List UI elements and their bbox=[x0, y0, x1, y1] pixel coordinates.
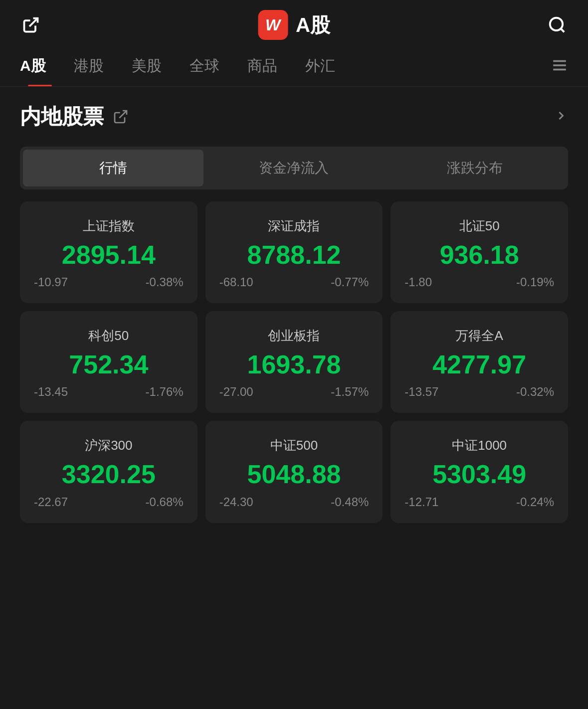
index-change-pct: -0.38% bbox=[146, 275, 184, 289]
chevron-right-icon[interactable] bbox=[554, 109, 568, 125]
index-value: 4277.97 bbox=[402, 351, 556, 379]
sub-tabs: 行情 资金净流入 涨跌分布 bbox=[20, 147, 568, 189]
index-change: -13.45 bbox=[34, 385, 68, 399]
index-card[interactable]: 北证50 936.18 -1.80 -0.19% bbox=[391, 201, 568, 303]
sub-tab-capital[interactable]: 资金净流入 bbox=[203, 150, 384, 186]
index-name: 上证指数 bbox=[32, 217, 186, 235]
index-value: 8788.12 bbox=[217, 241, 371, 269]
index-name: 中证1000 bbox=[402, 437, 556, 454]
index-changes: -13.45 -1.76% bbox=[32, 385, 186, 399]
index-change: -24.30 bbox=[219, 495, 253, 509]
app-icon: W bbox=[258, 10, 288, 40]
index-change-pct: -0.19% bbox=[516, 275, 554, 289]
index-name: 深证成指 bbox=[217, 217, 371, 235]
index-card[interactable]: 深证成指 8788.12 -68.10 -0.77% bbox=[205, 201, 383, 303]
search-icon[interactable] bbox=[546, 14, 568, 36]
index-change: -10.97 bbox=[34, 275, 68, 289]
nav-more[interactable] bbox=[551, 47, 568, 86]
index-changes: -24.30 -0.48% bbox=[217, 495, 371, 509]
header-title: A股 bbox=[296, 11, 330, 39]
index-changes: -22.67 -0.68% bbox=[32, 495, 186, 509]
index-card[interactable]: 创业板指 1693.78 -27.00 -1.57% bbox=[205, 311, 383, 413]
header: W A股 bbox=[0, 0, 588, 46]
index-name: 创业板指 bbox=[217, 327, 371, 345]
index-card[interactable]: 上证指数 2895.14 -10.97 -0.38% bbox=[20, 201, 197, 303]
index-change: -1.80 bbox=[404, 275, 432, 289]
index-value: 3320.25 bbox=[32, 460, 186, 489]
tab-us-stock[interactable]: 美股 bbox=[118, 46, 176, 86]
svg-point-1 bbox=[550, 18, 563, 30]
tab-hk-stock[interactable]: 港股 bbox=[60, 46, 118, 86]
tab-forex[interactable]: 外汇 bbox=[291, 46, 349, 86]
index-change-pct: -0.32% bbox=[516, 385, 554, 399]
hamburger-icon bbox=[551, 57, 568, 76]
index-changes: -1.80 -0.19% bbox=[402, 275, 556, 289]
header-left bbox=[20, 14, 42, 36]
index-change-pct: -1.57% bbox=[331, 385, 369, 399]
external-link-icon[interactable] bbox=[112, 108, 130, 126]
index-card[interactable]: 中证1000 5303.49 -12.71 -0.24% bbox=[391, 421, 568, 523]
index-change: -27.00 bbox=[219, 385, 253, 399]
index-name: 北证50 bbox=[402, 217, 556, 235]
section-header: 内地股票 bbox=[0, 87, 588, 139]
index-name: 中证500 bbox=[217, 437, 371, 454]
index-value: 5048.88 bbox=[217, 460, 371, 489]
svg-line-0 bbox=[29, 18, 38, 27]
section-title: 内地股票 bbox=[20, 103, 104, 131]
index-change: -22.67 bbox=[34, 495, 68, 509]
tab-commodity[interactable]: 商品 bbox=[233, 46, 291, 86]
index-change-pct: -0.24% bbox=[516, 495, 554, 509]
index-value: 2895.14 bbox=[32, 241, 186, 269]
index-changes: -68.10 -0.77% bbox=[217, 275, 371, 289]
index-card[interactable]: 科创50 752.34 -13.45 -1.76% bbox=[20, 311, 197, 413]
index-value: 1693.78 bbox=[217, 351, 371, 379]
index-change: -68.10 bbox=[219, 275, 253, 289]
index-value: 752.34 bbox=[32, 351, 186, 379]
index-value: 936.18 bbox=[402, 241, 556, 269]
index-changes: -10.97 -0.38% bbox=[32, 275, 186, 289]
index-change-pct: -1.76% bbox=[146, 385, 184, 399]
index-change-pct: -0.48% bbox=[331, 495, 369, 509]
index-grid: 上证指数 2895.14 -10.97 -0.38% 深证成指 8788.12 … bbox=[0, 201, 588, 523]
index-changes: -27.00 -1.57% bbox=[217, 385, 371, 399]
index-card[interactable]: 万得全A 4277.97 -13.57 -0.32% bbox=[391, 311, 568, 413]
svg-line-6 bbox=[119, 111, 127, 118]
svg-line-2 bbox=[561, 28, 564, 32]
index-card[interactable]: 中证500 5048.88 -24.30 -0.48% bbox=[205, 421, 383, 523]
tab-global[interactable]: 全球 bbox=[176, 46, 233, 86]
index-change-pct: -0.77% bbox=[331, 275, 369, 289]
header-center: W A股 bbox=[258, 10, 330, 40]
nav-tabs: A股 港股 美股 全球 商品 外汇 bbox=[0, 46, 588, 87]
share-icon[interactable] bbox=[20, 14, 42, 36]
index-name: 科创50 bbox=[32, 327, 186, 345]
index-name: 沪深300 bbox=[32, 437, 186, 454]
index-change: -13.57 bbox=[404, 385, 438, 399]
section-title-group: 内地股票 bbox=[20, 103, 130, 131]
index-value: 5303.49 bbox=[402, 460, 556, 489]
index-change-pct: -0.68% bbox=[146, 495, 184, 509]
index-change: -12.71 bbox=[404, 495, 438, 509]
tab-a-stock[interactable]: A股 bbox=[20, 46, 60, 86]
sub-tab-market[interactable]: 行情 bbox=[23, 150, 203, 186]
sub-tab-distribution[interactable]: 涨跌分布 bbox=[385, 150, 565, 186]
index-card[interactable]: 沪深300 3320.25 -22.67 -0.68% bbox=[20, 421, 197, 523]
index-name: 万得全A bbox=[402, 327, 556, 345]
index-changes: -12.71 -0.24% bbox=[402, 495, 556, 509]
index-changes: -13.57 -0.32% bbox=[402, 385, 556, 399]
